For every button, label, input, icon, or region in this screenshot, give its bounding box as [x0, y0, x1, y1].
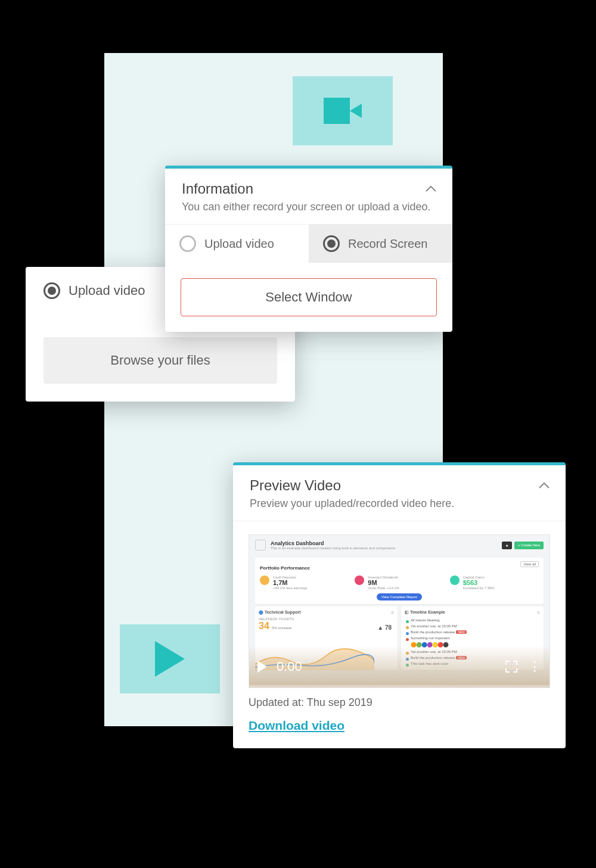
video-controls: 0:00 ⋮: [249, 646, 550, 687]
video-camera-tile: [293, 76, 393, 145]
dashboard-subtitle: This is an example dashboard created usi…: [271, 546, 396, 550]
star-button: ★: [502, 542, 512, 549]
metric-gains: Capital Gains $563 Increased by 7.35%: [450, 575, 539, 590]
option-upload-label: Upload video: [204, 237, 274, 251]
radio-icon: [179, 235, 196, 252]
timeline-item: Something not important: [405, 635, 540, 641]
playback-time: 0:00: [277, 659, 302, 674]
portfolio-heading: Portfolio Performance: [260, 565, 310, 571]
option-record-screen[interactable]: Record Screen: [309, 225, 452, 263]
video-camera-icon: [324, 98, 362, 124]
browse-files-button[interactable]: Browse your files: [44, 337, 277, 384]
view-all-button: View all: [520, 561, 539, 567]
information-subtitle: You can either record your screen or upl…: [182, 201, 436, 213]
preview-title: Preview Video: [250, 477, 549, 494]
play-icon: [155, 641, 185, 677]
option-record-label: Record Screen: [348, 237, 427, 251]
download-video-link[interactable]: Download video: [249, 718, 344, 733]
play-button-icon[interactable]: [257, 661, 267, 673]
information-title: Information: [182, 181, 436, 197]
metric-dot-icon: [450, 575, 460, 585]
preview-subtitle: Preview your upladed/recorded video here…: [250, 497, 549, 510]
progress-bar[interactable]: [249, 685, 550, 687]
timeline-item: Yet another one, at 15:00 PM: [405, 623, 540, 629]
information-card: Information You can either record your s…: [165, 166, 452, 332]
hamburger-icon: ≡: [391, 610, 394, 615]
view-report-button: View Complete Report: [377, 593, 422, 601]
metric-cash: Cash Deposits 1,7M +54.1% less earnings: [260, 575, 349, 590]
collapse-icon[interactable]: [537, 478, 551, 493]
metric-dot-icon: [355, 575, 364, 585]
create-new-button: + Create New: [514, 542, 544, 549]
timeline-item: Build the production releaseNEW: [405, 629, 540, 635]
upload-radio-selected[interactable]: [44, 282, 60, 299]
radio-icon: [323, 235, 340, 252]
dashboard-title: Analytics Dashboard: [271, 540, 396, 546]
metric-dividends: Invested Dividends 9M Grow Rate: +14.1%: [355, 575, 443, 590]
hamburger-icon: ≡: [537, 610, 540, 615]
video-preview-frame[interactable]: Analytics Dashboard This is an example d…: [249, 534, 550, 688]
metric-dot-icon: [260, 575, 269, 585]
play-tile: [120, 624, 220, 693]
preview-card: Preview Video Preview your upladed/recor…: [233, 462, 566, 748]
source-radio-group: Upload video Record Screen: [165, 225, 452, 263]
upload-video-label: Upload video: [69, 283, 145, 298]
collapse-icon[interactable]: [424, 182, 438, 196]
fullscreen-icon[interactable]: [505, 661, 517, 673]
more-options-icon[interactable]: ⋮: [528, 664, 541, 670]
select-window-button[interactable]: Select Window: [181, 278, 437, 316]
dashboard-logo-icon: [255, 540, 266, 550]
updated-at-label: Updated at: Thu sep 2019: [249, 696, 550, 709]
option-upload-video[interactable]: Upload video: [165, 225, 309, 263]
timeline-item: All Hands Meeting: [405, 617, 540, 623]
